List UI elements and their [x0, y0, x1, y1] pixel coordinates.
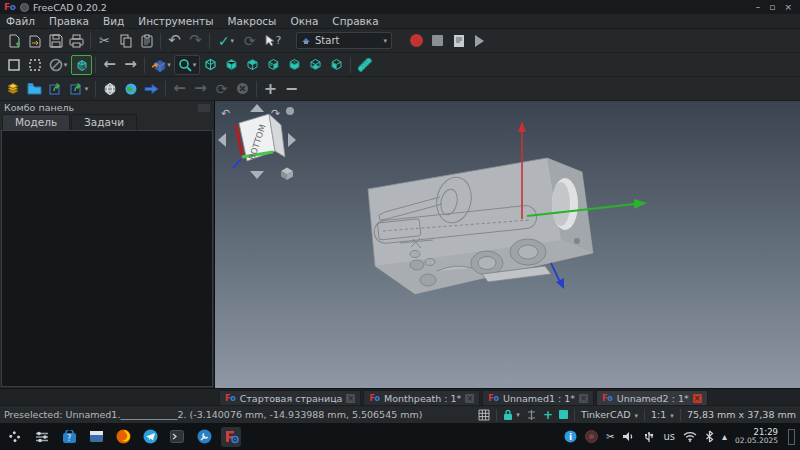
view-bottom-icon[interactable]	[305, 55, 326, 75]
cut-icon[interactable]: ✂	[94, 31, 115, 51]
macro-play-icon[interactable]	[469, 31, 490, 51]
show-desktop-button[interactable]	[788, 429, 795, 445]
firefox-icon[interactable]	[113, 427, 133, 447]
draw-style-icon[interactable]: ▾	[45, 55, 71, 75]
fit-selection-icon[interactable]	[24, 55, 45, 75]
refresh-icon[interactable]: ⟳	[239, 31, 260, 51]
macro-record-icon[interactable]	[406, 31, 427, 51]
kde-tools-icon[interactable]	[194, 427, 214, 447]
doc-tab-unnamed2[interactable]: Fo Unnamed2 : 1* ×	[596, 390, 708, 405]
selection-view-icon[interactable]	[71, 55, 92, 75]
browser-back-icon[interactable]: ←	[169, 79, 190, 99]
view-top-icon[interactable]	[242, 55, 263, 75]
clock[interactable]: 21:29 02.05.2025	[735, 428, 778, 446]
panel-float-icon[interactable]	[198, 104, 210, 112]
doc-tab-monthpeath[interactable]: Fo Monthpeath : 1* ×	[363, 390, 480, 405]
export-options-icon[interactable]: ▾	[66, 79, 92, 99]
open-folder-icon[interactable]	[24, 79, 45, 99]
app-launcher-icon[interactable]	[5, 427, 25, 447]
view-right-icon[interactable]	[263, 55, 284, 75]
keyboard-layout-indicator[interactable]: us	[663, 432, 675, 442]
copy-icon[interactable]	[115, 31, 136, 51]
export-icon[interactable]	[45, 79, 66, 99]
open-website-icon[interactable]	[120, 79, 141, 99]
doc-tab-unnamed1[interactable]: Fo Unnamed1 : 1* ×	[482, 390, 594, 405]
menu-macros[interactable]: Макросы	[227, 15, 276, 27]
snap-dimension-icon[interactable]	[526, 409, 537, 421]
tab-close-icon[interactable]: ×	[346, 394, 355, 403]
terminal-icon[interactable]	[167, 427, 187, 447]
nav-back-icon[interactable]: ←	[99, 55, 120, 75]
workbench-indicator[interactable]: TinkerCAD ▾	[581, 409, 638, 420]
menu-edit[interactable]: Правка	[49, 15, 89, 27]
menu-file[interactable]: Файл	[6, 15, 35, 27]
zoom-out-icon[interactable]: −	[281, 79, 302, 99]
open-document-icon[interactable]	[24, 31, 45, 51]
window-menu-icon[interactable]	[20, 3, 29, 12]
redo-icon[interactable]: ↷	[185, 31, 206, 51]
whats-this-icon[interactable]: ?	[260, 31, 286, 51]
usb-icon[interactable]	[643, 431, 655, 443]
start-workbench-icon[interactable]	[3, 79, 24, 99]
web-page-icon[interactable]	[99, 79, 120, 99]
print-icon[interactable]	[66, 31, 87, 51]
save-icon[interactable]	[45, 31, 66, 51]
menu-help[interactable]: Справка	[332, 15, 378, 27]
view-front-icon[interactable]	[221, 55, 242, 75]
undo-icon[interactable]: ↶	[164, 31, 185, 51]
tray-expand-icon[interactable]: ▴	[722, 432, 727, 442]
snap-add-icon[interactable]: +	[543, 409, 553, 421]
system-settings-icon[interactable]	[32, 427, 52, 447]
telegram-icon[interactable]	[140, 427, 160, 447]
zoom-icon[interactable]: ▾	[174, 55, 200, 75]
view-axonometric-icon[interactable]	[200, 55, 221, 75]
nav-forward-icon[interactable]: →	[120, 55, 141, 75]
tab-close-icon[interactable]: ×	[465, 394, 474, 403]
nav-arrow-icon[interactable]	[141, 79, 162, 99]
browser-forward-icon[interactable]: →	[190, 79, 211, 99]
tab-close-icon[interactable]: ×	[693, 394, 702, 403]
close-button[interactable]: ×	[784, 3, 792, 12]
scale-selector[interactable]: 1:1 ▾	[651, 409, 674, 420]
view-left-icon[interactable]	[326, 55, 347, 75]
clipboard-icon[interactable]: ✂	[606, 432, 614, 442]
menu-tools[interactable]: Инструменты	[138, 15, 213, 27]
tab-close-icon[interactable]: ×	[579, 394, 588, 403]
measure-distance-icon[interactable]	[354, 55, 375, 75]
view-rear-icon[interactable]	[284, 55, 305, 75]
zoom-in-icon[interactable]: +	[260, 79, 281, 99]
software-center-icon[interactable]: ?	[59, 427, 79, 447]
menu-view[interactable]: Вид	[103, 15, 124, 27]
new-document-icon[interactable]	[3, 31, 24, 51]
wifi-icon[interactable]	[683, 431, 697, 442]
working-plane-icon[interactable]	[559, 410, 568, 419]
macro-stop-icon[interactable]	[427, 31, 448, 51]
update-notifier-icon[interactable]	[585, 430, 598, 443]
bluetooth-icon[interactable]	[705, 430, 714, 443]
browser-refresh-icon[interactable]: ⟳	[211, 79, 232, 99]
volume-icon[interactable]	[622, 431, 635, 442]
tab-model[interactable]: Модель	[2, 114, 70, 130]
freecad-taskbar-icon[interactable]	[221, 427, 241, 447]
navigation-cube[interactable]: ↶ ↷ BOTTOM	[215, 101, 299, 183]
grid-toggle-icon[interactable]	[478, 409, 490, 421]
viewport-3d[interactable]: ↶ ↷ BOTTOM	[215, 101, 800, 388]
workbench-selector[interactable]: Start ▾	[296, 32, 392, 49]
doc-tab-start-page[interactable]: Fo Стартовая страница ×	[219, 390, 361, 405]
model-tree[interactable]	[1, 130, 213, 387]
fit-all-icon[interactable]	[3, 55, 24, 75]
isometric-view-icon[interactable]: ▾	[148, 55, 174, 75]
browser-stop-icon[interactable]	[232, 79, 253, 99]
minimize-button[interactable]: –	[756, 3, 761, 12]
paste-icon[interactable]	[136, 31, 157, 51]
menu-windows[interactable]: Окна	[290, 15, 318, 27]
file-manager-icon[interactable]	[86, 427, 106, 447]
tab-tasks[interactable]: Задачи	[71, 114, 137, 130]
workbench-validate-icon[interactable]: ✓▾	[213, 31, 239, 51]
maximize-button[interactable]: ▫	[769, 3, 775, 12]
info-icon[interactable]: i	[564, 430, 577, 443]
window-title: FreeCAD 0.20.2	[33, 2, 107, 13]
snap-lock-icon[interactable]: ▾	[503, 409, 520, 421]
macro-edit-icon[interactable]	[448, 31, 469, 51]
model-3d[interactable]	[215, 101, 800, 388]
